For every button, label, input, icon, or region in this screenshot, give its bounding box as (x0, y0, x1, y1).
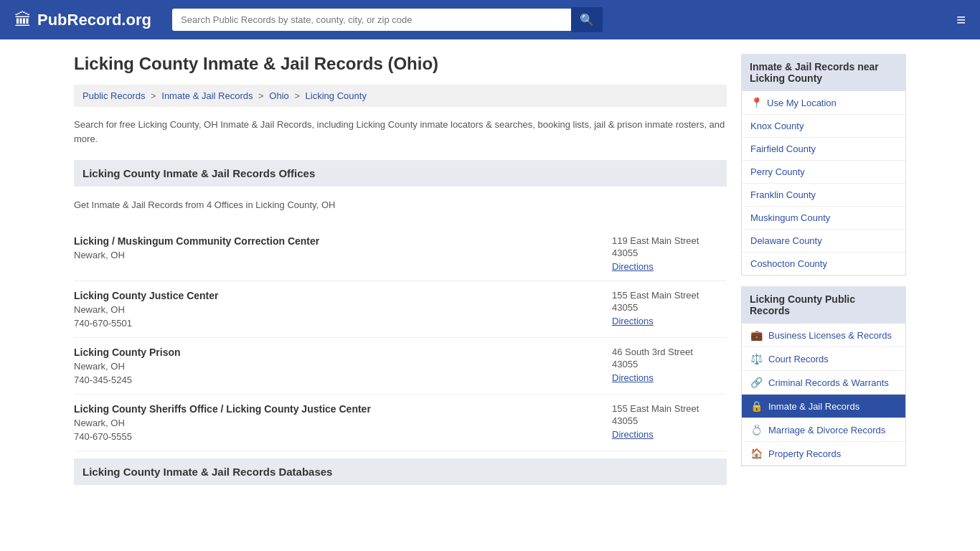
search-input[interactable] (172, 9, 571, 31)
office-entry: Licking County Sheriffs Office / Licking… (74, 395, 727, 451)
record-item-property[interactable]: 🏠 Property Records (742, 442, 905, 466)
public-records-header: Licking County Public Records (741, 286, 906, 324)
county-link[interactable]: Fairfield County (750, 143, 816, 154)
court-icon: ⚖️ (750, 353, 763, 364)
location-icon: 📍 (750, 97, 763, 108)
nearby-counties-list: 📍 Use My Location Knox County Fairfield … (741, 91, 906, 276)
marriage-link[interactable]: Marriage & Divorce Records (768, 425, 885, 435)
list-item[interactable]: Fairfield County (742, 138, 905, 161)
record-item-court[interactable]: ⚖️ Court Records (742, 347, 905, 371)
list-item[interactable]: Knox County (742, 115, 905, 138)
nearby-header: Inmate & Jail Records near Licking Count… (741, 54, 906, 91)
office-address: 155 East Main Street 43055 Directions (612, 403, 727, 442)
record-item-inmate[interactable]: 🔒 Inmate & Jail Records (742, 395, 905, 418)
logo-icon: 🏛 (14, 10, 32, 30)
office-phone: 740-670-5501 (74, 318, 218, 329)
search-button[interactable]: 🔍 (571, 7, 603, 32)
breadcrumb-sep-3: > (294, 90, 302, 101)
property-link[interactable]: Property Records (768, 448, 841, 459)
inmate-link[interactable]: Inmate & Jail Records (768, 401, 859, 412)
office-address: 119 East Main Street 43055 Directions (612, 235, 727, 272)
office-phone: 740-670-5555 (74, 431, 371, 442)
site-header: 🏛 PubRecord.org 🔍 ≡ (0, 0, 980, 39)
hamburger-icon: ≡ (956, 11, 966, 29)
office-city: Newark, OH (74, 250, 319, 260)
county-link[interactable]: Perry County (750, 166, 805, 177)
offices-section-header: Licking County Inmate & Jail Records Off… (74, 160, 727, 187)
breadcrumb-inmate-records[interactable]: Inmate & Jail Records (161, 90, 253, 101)
offices-sub-description: Get Inmate & Jail Records from 4 Offices… (74, 194, 727, 216)
logo[interactable]: 🏛 PubRecord.org (14, 10, 158, 30)
office-city: Newark, OH (74, 304, 218, 315)
databases-section-header: Licking County Inmate & Jail Records Dat… (74, 458, 727, 485)
office-street: 155 East Main Street (612, 290, 727, 301)
menu-button[interactable]: ≡ (956, 11, 966, 29)
breadcrumb-licking-county[interactable]: Licking County (306, 90, 367, 101)
office-zip: 43055 (612, 248, 727, 258)
breadcrumb-public-records[interactable]: Public Records (83, 90, 145, 101)
directions-link[interactable]: Directions (612, 372, 727, 383)
office-street: 119 East Main Street (612, 235, 727, 246)
search-bar: 🔍 (172, 7, 603, 32)
office-zip: 43055 (612, 415, 727, 426)
office-name[interactable]: Licking County Justice Center (74, 290, 218, 301)
county-link[interactable]: Coshocton County (750, 258, 827, 269)
inmate-icon: 🔒 (750, 400, 763, 412)
office-name[interactable]: Licking / Muskingum Community Correction… (74, 235, 319, 247)
office-info: Licking County Sheriffs Office / Licking… (74, 403, 371, 442)
criminal-link[interactable]: Criminal Records & Warrants (768, 377, 889, 388)
office-info: Licking County Prison Newark, OH 740-345… (74, 347, 181, 385)
use-location-item[interactable]: 📍 Use My Location (742, 91, 905, 115)
criminal-icon: 🔗 (750, 377, 763, 388)
office-entry: Licking / Muskingum Community Correction… (74, 227, 727, 281)
office-city: Newark, OH (74, 418, 371, 428)
list-item[interactable]: Coshocton County (742, 253, 905, 275)
breadcrumb-sep-2: > (258, 90, 266, 101)
office-zip: 43055 (612, 359, 727, 369)
county-link[interactable]: Knox County (750, 121, 804, 131)
marriage-icon: 💍 (750, 424, 763, 435)
record-item-business[interactable]: 💼 Business Licenses & Records (742, 324, 905, 347)
content-area: Licking County Inmate & Jail Records (Oh… (74, 54, 727, 485)
use-location-link[interactable]: Use My Location (767, 98, 837, 108)
office-address: 155 East Main Street 43055 Directions (612, 290, 727, 329)
page-description: Search for free Licking County, OH Inmat… (74, 118, 727, 146)
main-container: Licking County Inmate & Jail Records (Oh… (60, 39, 920, 499)
directions-link[interactable]: Directions (612, 316, 727, 326)
county-link[interactable]: Delaware County (750, 235, 822, 246)
office-city: Newark, OH (74, 361, 181, 372)
office-phone: 740-345-5245 (74, 375, 181, 385)
office-street: 46 South 3rd Street (612, 347, 727, 357)
record-item-criminal[interactable]: 🔗 Criminal Records & Warrants (742, 371, 905, 395)
directions-link[interactable]: Directions (612, 429, 727, 440)
office-entry: Licking County Justice Center Newark, OH… (74, 281, 727, 338)
record-item-marriage[interactable]: 💍 Marriage & Divorce Records (742, 418, 905, 442)
property-icon: 🏠 (750, 448, 763, 459)
breadcrumb-sep-1: > (151, 90, 159, 101)
office-info: Licking County Justice Center Newark, OH… (74, 290, 218, 329)
breadcrumb: Public Records > Inmate & Jail Records >… (74, 85, 727, 107)
court-link[interactable]: Court Records (768, 354, 829, 364)
business-icon: 💼 (750, 329, 763, 341)
public-records-list: 💼 Business Licenses & Records ⚖️ Court R… (741, 324, 906, 466)
office-entry: Licking County Prison Newark, OH 740-345… (74, 338, 727, 395)
list-item[interactable]: Perry County (742, 161, 905, 184)
search-icon: 🔍 (580, 14, 594, 26)
directions-link[interactable]: Directions (612, 261, 727, 272)
office-street: 155 East Main Street (612, 403, 727, 414)
logo-text: PubRecord.org (37, 11, 151, 29)
office-name[interactable]: Licking County Prison (74, 347, 181, 358)
office-info: Licking / Muskingum Community Correction… (74, 235, 319, 272)
list-item[interactable]: Delaware County (742, 230, 905, 253)
office-address: 46 South 3rd Street 43055 Directions (612, 347, 727, 385)
county-link[interactable]: Franklin County (750, 189, 816, 200)
county-link[interactable]: Muskingum County (750, 212, 830, 223)
list-item[interactable]: Muskingum County (742, 207, 905, 230)
page-title: Licking County Inmate & Jail Records (Oh… (74, 54, 727, 74)
office-zip: 43055 (612, 302, 727, 313)
business-link[interactable]: Business Licenses & Records (768, 330, 892, 341)
breadcrumb-ohio[interactable]: Ohio (269, 90, 288, 101)
office-name[interactable]: Licking County Sheriffs Office / Licking… (74, 403, 371, 415)
list-item[interactable]: Franklin County (742, 184, 905, 207)
sidebar: Inmate & Jail Records near Licking Count… (741, 54, 906, 485)
